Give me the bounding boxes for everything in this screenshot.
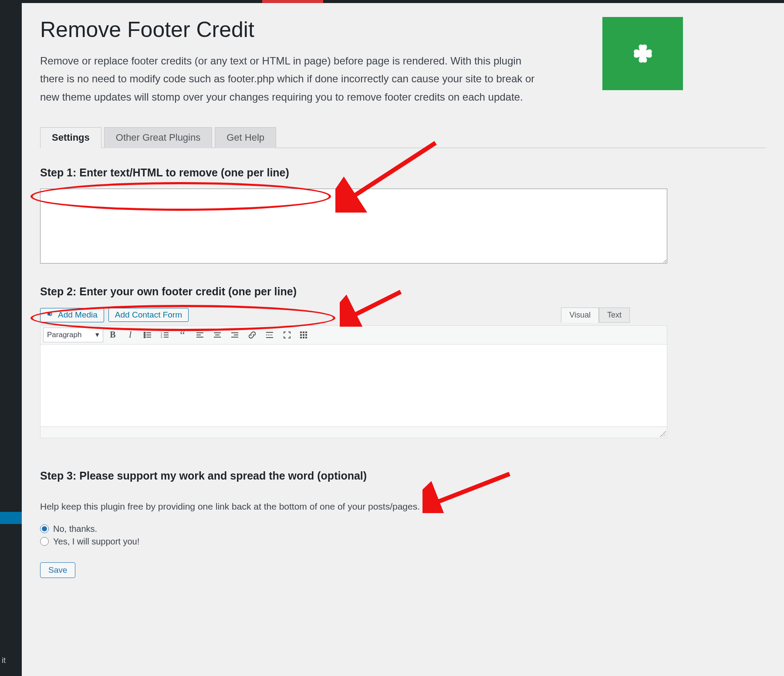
- chevron-down-icon: ▾: [95, 330, 99, 339]
- read-more-button[interactable]: [262, 328, 277, 342]
- svg-rect-33: [305, 337, 307, 338]
- svg-rect-31: [300, 337, 302, 338]
- radio-yes-input[interactable]: [40, 537, 49, 546]
- admin-sidebar: it: [0, 3, 22, 676]
- clover-icon: [628, 38, 658, 69]
- step2-heading: Step 2: Enter your own footer credit (on…: [40, 285, 297, 298]
- support-description: Help keep this plugin free by providing …: [40, 501, 766, 512]
- svg-point-0: [47, 312, 51, 315]
- topbar-alert-segment: [262, 0, 323, 3]
- save-button[interactable]: Save: [40, 562, 75, 578]
- italic-button[interactable]: I: [122, 328, 138, 342]
- step3-heading: Step 3: Please support my work and sprea…: [40, 470, 367, 482]
- svg-rect-29: [303, 334, 304, 336]
- editor-tab-text[interactable]: Text: [599, 308, 630, 323]
- sidebar-item-fragment: it: [2, 656, 6, 665]
- admin-topbar: [0, 0, 784, 3]
- toolbar-toggle-button[interactable]: [297, 328, 312, 342]
- radio-yes-label: Yes, I will support you!: [53, 537, 139, 547]
- svg-point-5: [144, 336, 145, 338]
- wysiwyg-editor: Paragraph ▾ B I 123 “: [40, 325, 667, 438]
- svg-rect-32: [303, 337, 304, 338]
- editor-statusbar[interactable]: [41, 426, 667, 438]
- settings-page: Remove Footer Credit Remove or replace f…: [22, 3, 784, 676]
- tab-settings[interactable]: Settings: [40, 127, 101, 148]
- align-right-button[interactable]: [227, 328, 243, 342]
- bold-button[interactable]: B: [105, 328, 121, 342]
- radio-no-input[interactable]: [40, 524, 49, 533]
- add-media-label: Add Media: [58, 310, 98, 320]
- svg-point-3: [144, 334, 145, 335]
- radio-no-thanks[interactable]: No, thanks.: [40, 524, 766, 534]
- remove-text-input[interactable]: [40, 189, 667, 264]
- settings-tabs: Settings Other Great Plugins Get Help: [40, 127, 766, 148]
- svg-rect-28: [300, 334, 302, 336]
- bullet-list-button[interactable]: [140, 328, 155, 342]
- format-select-value: Paragraph: [47, 331, 81, 339]
- editor-tab-visual[interactable]: Visual: [561, 308, 599, 323]
- media-icon: [47, 310, 54, 320]
- editor-toolbar: Paragraph ▾ B I 123 “: [41, 326, 667, 345]
- page-description: Remove or replace footer credits (or any…: [40, 52, 537, 106]
- add-contact-form-label: Add Contact Form: [115, 310, 182, 320]
- svg-rect-30: [305, 334, 307, 336]
- align-left-button[interactable]: [192, 328, 208, 342]
- radio-yes-support[interactable]: Yes, I will support you!: [40, 537, 766, 547]
- numbered-list-button[interactable]: 123: [157, 328, 173, 342]
- align-center-button[interactable]: [210, 328, 225, 342]
- tab-other-plugins[interactable]: Other Great Plugins: [104, 127, 212, 148]
- tab-get-help[interactable]: Get Help: [215, 127, 276, 148]
- editor-content-area[interactable]: [41, 345, 667, 426]
- svg-text:3: 3: [161, 336, 162, 338]
- add-contact-form-button[interactable]: Add Contact Form: [108, 308, 189, 322]
- plugin-logo: [602, 17, 683, 90]
- svg-rect-25: [300, 331, 302, 333]
- svg-point-1: [144, 332, 145, 333]
- blockquote-button[interactable]: “: [175, 328, 190, 342]
- svg-rect-27: [305, 331, 307, 333]
- add-media-button[interactable]: Add Media: [40, 308, 104, 322]
- link-button[interactable]: [244, 328, 260, 342]
- format-select[interactable]: Paragraph ▾: [43, 328, 103, 342]
- radio-no-label: No, thanks.: [53, 524, 97, 534]
- sidebar-active-marker[interactable]: [0, 512, 22, 524]
- svg-rect-26: [303, 331, 304, 333]
- fullscreen-button[interactable]: [279, 328, 295, 342]
- step1-heading: Step 1: Enter text/HTML to remove (one p…: [40, 166, 289, 179]
